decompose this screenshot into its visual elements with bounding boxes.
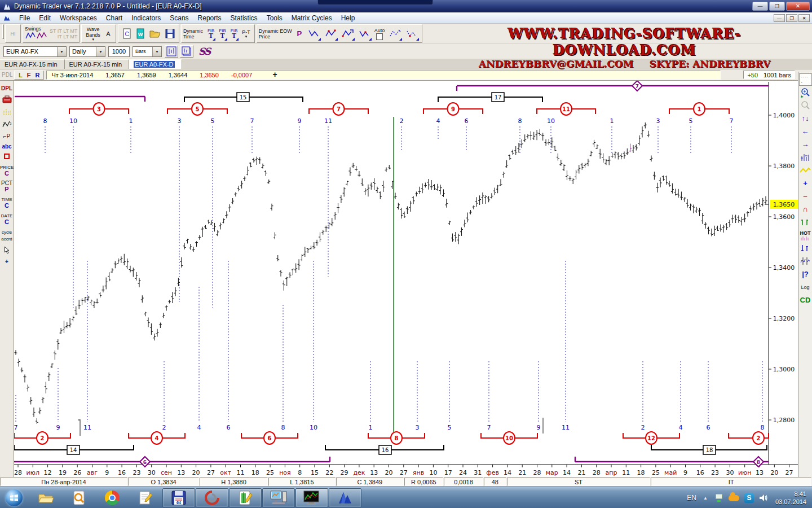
bars-gray-tool[interactable]: [799, 255, 812, 268]
time-tool[interactable]: TIMEC: [0, 196, 14, 208]
cycle-accrd-tool[interactable]: cycleaccrd: [0, 229, 14, 242]
menu-file[interactable]: File: [15, 13, 34, 23]
menu-chart[interactable]: Chart: [102, 13, 127, 23]
cloud-icon[interactable]: [729, 495, 739, 501]
a-button[interactable]: A: [103, 26, 114, 42]
taskbar-icon-search[interactable]: [63, 488, 95, 507]
menu-statistics[interactable]: Statistics: [226, 13, 262, 23]
bars-yellow-icon[interactable]: [0, 108, 14, 116]
period-select[interactable]: Daily▼: [69, 46, 105, 57]
clock[interactable]: 8:41 03.07.2014: [775, 490, 806, 506]
start-button[interactable]: [6, 489, 23, 506]
chart-canvas[interactable]: 28июл121926авг9162330сен132027окт111825н…: [0, 81, 812, 477]
fib-time-3-button[interactable]: FIBT: [228, 26, 240, 42]
zigzag-dotted-up-button[interactable]: [386, 26, 403, 42]
menu-edit[interactable]: Edit: [34, 13, 55, 23]
chart-window-button[interactable]: [165, 45, 178, 58]
mdi-restore-button[interactable]: ❐: [786, 14, 797, 22]
taskbar-icon-chrome[interactable]: [96, 488, 129, 507]
zigzag-blue-down-button[interactable]: [305, 26, 322, 42]
abc-tool[interactable]: abc: [0, 143, 14, 150]
zoom-minus-tool[interactable]: −: [799, 190, 812, 203]
taskbar-icon-computer-chart[interactable]: [262, 488, 295, 507]
swings-zigzag-purple-icon[interactable]: [36, 32, 47, 41]
tab-2[interactable]: EUR A0-FX-D: [129, 59, 182, 69]
menu-help[interactable]: Help: [337, 13, 360, 23]
pdl-label[interactable]: PDL: [0, 72, 14, 78]
f-button[interactable]: F: [27, 72, 31, 78]
menu-indicators[interactable]: Indicators: [127, 13, 165, 23]
menu-matrix-cycles[interactable]: Matrix Cycles: [287, 13, 337, 23]
chevron-down-icon[interactable]: ▼: [96, 47, 105, 56]
toolbox-icon[interactable]: [0, 95, 14, 104]
zigzag-dotted-down-button[interactable]: [403, 26, 420, 42]
open-file-button[interactable]: [147, 26, 163, 42]
date-tool[interactable]: DATEC: [0, 212, 14, 225]
pct-tool[interactable]: PCTP: [0, 180, 14, 192]
zoom-out-tool[interactable]: [799, 99, 812, 112]
hot-tool[interactable]: HOT: [799, 229, 812, 242]
zigzag-arrow-up-button[interactable]: [339, 26, 356, 42]
close-button[interactable]: ✕: [786, 2, 810, 11]
l-button[interactable]: L: [19, 72, 23, 78]
zigzag-arrow-down-button[interactable]: [356, 26, 373, 42]
p-tool[interactable]: ⌐P: [0, 133, 14, 139]
quotes-icon[interactable]: SS: [198, 46, 210, 57]
dpl[interactable]: DPL: [0, 85, 14, 91]
skype-icon[interactable]: S: [744, 493, 754, 503]
swings-zigzag-blue-icon[interactable]: [25, 32, 36, 41]
chevron-down-icon[interactable]: ▼: [57, 47, 66, 56]
zigzag-red-up-button[interactable]: [322, 26, 339, 42]
menu-tools[interactable]: Tools: [262, 13, 287, 23]
volume-icon[interactable]: [759, 494, 768, 502]
mdi-close-button[interactable]: ✕: [798, 14, 810, 22]
copy-chart-button[interactable]: C: [120, 26, 134, 42]
bars-count-input[interactable]: 1000: [108, 46, 130, 57]
taskbar-icon-notepad[interactable]: [129, 488, 162, 507]
bars-type-select[interactable]: Bars▼: [133, 46, 162, 57]
toolbar-grip[interactable]: [2, 24, 4, 39]
word-export-button[interactable]: W: [134, 26, 147, 42]
new-chart-button[interactable]: [180, 45, 193, 58]
scroll-vert-tool[interactable]: ↑↓: [799, 112, 812, 125]
pt-button[interactable]: P-T▼: [240, 26, 253, 42]
taskbar-icon-green-notes[interactable]: [229, 488, 262, 507]
taskbar-icon-stock-chart[interactable]: [295, 488, 328, 507]
plus-tool[interactable]: +: [0, 259, 14, 265]
bar-question-tool[interactable]: |?: [799, 268, 812, 281]
menu-scans[interactable]: Scans: [165, 13, 193, 23]
crosshair-icon[interactable]: +: [272, 70, 277, 79]
chevron-down-icon[interactable]: ▼: [152, 47, 161, 56]
restore-button[interactable]: ❐: [769, 2, 785, 11]
log-tool[interactable]: Log: [799, 281, 812, 294]
save-button[interactable]: [163, 26, 177, 42]
fib-time-1-button[interactable]: FIBT: [205, 26, 217, 42]
symbol-select[interactable]: EUR A0-FX▼: [3, 46, 67, 57]
bars-blue-tool[interactable]: [799, 151, 812, 164]
language-indicator[interactable]: EN: [687, 494, 696, 502]
mdi-minimize-button[interactable]: —: [774, 14, 785, 22]
bars-step-tool[interactable]: [799, 242, 812, 255]
network-icon[interactable]: [714, 494, 723, 502]
zigzag-yellow-tool[interactable]: [799, 164, 812, 177]
taskbar-icon-swirl-app[interactable]: [196, 488, 228, 507]
auto-checkbox[interactable]: [376, 33, 383, 40]
taskbar-icon-explorer[interactable]: [29, 488, 62, 507]
taskbar-icon-dynamic-trader[interactable]: [329, 488, 361, 507]
bars-green-tool[interactable]: [799, 216, 812, 229]
r-button[interactable]: R: [35, 72, 39, 78]
cd-tool[interactable]: CD: [799, 294, 812, 306]
zoom-plus-tool[interactable]: +: [799, 177, 812, 190]
zigzag-123-icon[interactable]: 32: [0, 120, 14, 129]
zoom-in-tool[interactable]: [799, 86, 812, 99]
price-tool[interactable]: PRICEC: [0, 164, 14, 176]
tab-0[interactable]: EUR A0-FX-15 min: [0, 59, 65, 69]
line-style-tool[interactable]: -----: [799, 73, 812, 86]
menu-workspaces[interactable]: Workspaces: [55, 13, 102, 23]
cursor-icon[interactable]: [0, 246, 14, 255]
wave-bands-button[interactable]: Wave Bands ▼: [83, 26, 103, 42]
menu-reports[interactable]: Reports: [193, 13, 226, 23]
hi-button[interactable]: HI: [7, 26, 19, 42]
tab-1[interactable]: EUR A0-FX-15 min: [65, 59, 130, 69]
magnet-tool[interactable]: ∩: [799, 203, 812, 216]
